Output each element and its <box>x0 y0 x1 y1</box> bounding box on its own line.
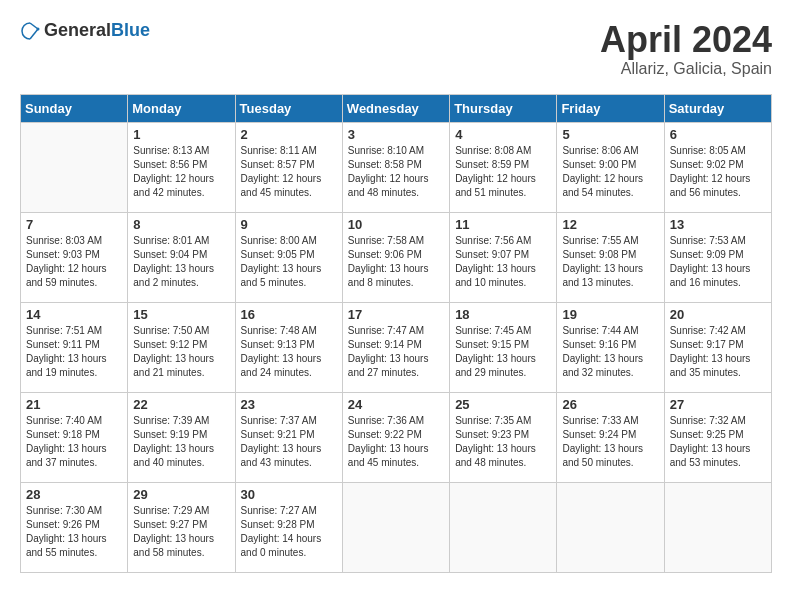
calendar-cell: 10Sunrise: 7:58 AMSunset: 9:06 PMDayligh… <box>342 212 449 302</box>
day-info: Sunrise: 7:30 AMSunset: 9:26 PMDaylight:… <box>26 504 122 560</box>
day-number: 11 <box>455 217 551 232</box>
day-info: Sunrise: 7:37 AMSunset: 9:21 PMDaylight:… <box>241 414 337 470</box>
calendar-cell: 24Sunrise: 7:36 AMSunset: 9:22 PMDayligh… <box>342 392 449 482</box>
day-info: Sunrise: 8:13 AMSunset: 8:56 PMDaylight:… <box>133 144 229 200</box>
calendar-cell: 16Sunrise: 7:48 AMSunset: 9:13 PMDayligh… <box>235 302 342 392</box>
day-info: Sunrise: 7:35 AMSunset: 9:23 PMDaylight:… <box>455 414 551 470</box>
location: Allariz, Galicia, Spain <box>600 60 772 78</box>
day-info: Sunrise: 7:53 AMSunset: 9:09 PMDaylight:… <box>670 234 766 290</box>
calendar-week-row: 14Sunrise: 7:51 AMSunset: 9:11 PMDayligh… <box>21 302 772 392</box>
day-info: Sunrise: 7:33 AMSunset: 9:24 PMDaylight:… <box>562 414 658 470</box>
day-info: Sunrise: 8:00 AMSunset: 9:05 PMDaylight:… <box>241 234 337 290</box>
day-number: 30 <box>241 487 337 502</box>
day-info: Sunrise: 8:03 AMSunset: 9:03 PMDaylight:… <box>26 234 122 290</box>
day-info: Sunrise: 7:50 AMSunset: 9:12 PMDaylight:… <box>133 324 229 380</box>
day-number: 29 <box>133 487 229 502</box>
calendar-cell: 9Sunrise: 8:00 AMSunset: 9:05 PMDaylight… <box>235 212 342 302</box>
day-number: 28 <box>26 487 122 502</box>
calendar-header-row: SundayMondayTuesdayWednesdayThursdayFrid… <box>21 94 772 122</box>
day-info: Sunrise: 7:47 AMSunset: 9:14 PMDaylight:… <box>348 324 444 380</box>
day-info: Sunrise: 7:56 AMSunset: 9:07 PMDaylight:… <box>455 234 551 290</box>
calendar-cell: 15Sunrise: 7:50 AMSunset: 9:12 PMDayligh… <box>128 302 235 392</box>
calendar-cell <box>664 482 771 572</box>
calendar-cell: 5Sunrise: 8:06 AMSunset: 9:00 PMDaylight… <box>557 122 664 212</box>
calendar-week-row: 28Sunrise: 7:30 AMSunset: 9:26 PMDayligh… <box>21 482 772 572</box>
calendar-week-row: 7Sunrise: 8:03 AMSunset: 9:03 PMDaylight… <box>21 212 772 302</box>
page-header: General Blue April 2024 Allariz, Galicia… <box>20 20 772 78</box>
calendar-cell: 23Sunrise: 7:37 AMSunset: 9:21 PMDayligh… <box>235 392 342 482</box>
calendar-table: SundayMondayTuesdayWednesdayThursdayFrid… <box>20 94 772 573</box>
calendar-cell <box>21 122 128 212</box>
calendar-cell: 26Sunrise: 7:33 AMSunset: 9:24 PMDayligh… <box>557 392 664 482</box>
day-number: 1 <box>133 127 229 142</box>
day-number: 6 <box>670 127 766 142</box>
calendar-cell: 30Sunrise: 7:27 AMSunset: 9:28 PMDayligh… <box>235 482 342 572</box>
calendar-cell: 6Sunrise: 8:05 AMSunset: 9:02 PMDaylight… <box>664 122 771 212</box>
calendar-cell: 1Sunrise: 8:13 AMSunset: 8:56 PMDaylight… <box>128 122 235 212</box>
calendar-cell: 13Sunrise: 7:53 AMSunset: 9:09 PMDayligh… <box>664 212 771 302</box>
day-info: Sunrise: 7:51 AMSunset: 9:11 PMDaylight:… <box>26 324 122 380</box>
day-info: Sunrise: 7:36 AMSunset: 9:22 PMDaylight:… <box>348 414 444 470</box>
calendar-cell: 14Sunrise: 7:51 AMSunset: 9:11 PMDayligh… <box>21 302 128 392</box>
calendar-cell: 21Sunrise: 7:40 AMSunset: 9:18 PMDayligh… <box>21 392 128 482</box>
logo-general: General <box>44 20 111 41</box>
day-number: 9 <box>241 217 337 232</box>
calendar-cell: 2Sunrise: 8:11 AMSunset: 8:57 PMDaylight… <box>235 122 342 212</box>
day-header: Tuesday <box>235 94 342 122</box>
calendar-cell: 18Sunrise: 7:45 AMSunset: 9:15 PMDayligh… <box>450 302 557 392</box>
calendar-cell <box>342 482 449 572</box>
calendar-cell <box>450 482 557 572</box>
day-number: 7 <box>26 217 122 232</box>
day-number: 26 <box>562 397 658 412</box>
day-number: 13 <box>670 217 766 232</box>
day-info: Sunrise: 8:01 AMSunset: 9:04 PMDaylight:… <box>133 234 229 290</box>
day-number: 17 <box>348 307 444 322</box>
title-block: April 2024 Allariz, Galicia, Spain <box>600 20 772 78</box>
day-info: Sunrise: 8:05 AMSunset: 9:02 PMDaylight:… <box>670 144 766 200</box>
day-number: 27 <box>670 397 766 412</box>
day-info: Sunrise: 7:48 AMSunset: 9:13 PMDaylight:… <box>241 324 337 380</box>
day-header: Wednesday <box>342 94 449 122</box>
day-number: 20 <box>670 307 766 322</box>
day-info: Sunrise: 8:11 AMSunset: 8:57 PMDaylight:… <box>241 144 337 200</box>
day-number: 19 <box>562 307 658 322</box>
day-header: Monday <box>128 94 235 122</box>
day-header: Saturday <box>664 94 771 122</box>
day-number: 23 <box>241 397 337 412</box>
calendar-cell: 27Sunrise: 7:32 AMSunset: 9:25 PMDayligh… <box>664 392 771 482</box>
day-number: 10 <box>348 217 444 232</box>
svg-point-0 <box>37 27 40 30</box>
day-number: 8 <box>133 217 229 232</box>
calendar-cell <box>557 482 664 572</box>
day-info: Sunrise: 8:08 AMSunset: 8:59 PMDaylight:… <box>455 144 551 200</box>
calendar-cell: 17Sunrise: 7:47 AMSunset: 9:14 PMDayligh… <box>342 302 449 392</box>
calendar-cell: 11Sunrise: 7:56 AMSunset: 9:07 PMDayligh… <box>450 212 557 302</box>
day-number: 21 <box>26 397 122 412</box>
day-number: 4 <box>455 127 551 142</box>
day-number: 5 <box>562 127 658 142</box>
calendar-cell: 12Sunrise: 7:55 AMSunset: 9:08 PMDayligh… <box>557 212 664 302</box>
day-info: Sunrise: 8:10 AMSunset: 8:58 PMDaylight:… <box>348 144 444 200</box>
calendar-cell: 28Sunrise: 7:30 AMSunset: 9:26 PMDayligh… <box>21 482 128 572</box>
day-info: Sunrise: 7:58 AMSunset: 9:06 PMDaylight:… <box>348 234 444 290</box>
calendar-cell: 20Sunrise: 7:42 AMSunset: 9:17 PMDayligh… <box>664 302 771 392</box>
day-number: 15 <box>133 307 229 322</box>
calendar-cell: 4Sunrise: 8:08 AMSunset: 8:59 PMDaylight… <box>450 122 557 212</box>
day-info: Sunrise: 7:42 AMSunset: 9:17 PMDaylight:… <box>670 324 766 380</box>
calendar-cell: 3Sunrise: 8:10 AMSunset: 8:58 PMDaylight… <box>342 122 449 212</box>
day-number: 14 <box>26 307 122 322</box>
day-header: Sunday <box>21 94 128 122</box>
logo: General Blue <box>20 20 150 41</box>
day-number: 16 <box>241 307 337 322</box>
day-number: 2 <box>241 127 337 142</box>
day-info: Sunrise: 7:40 AMSunset: 9:18 PMDaylight:… <box>26 414 122 470</box>
day-info: Sunrise: 7:39 AMSunset: 9:19 PMDaylight:… <box>133 414 229 470</box>
day-number: 22 <box>133 397 229 412</box>
calendar-week-row: 1Sunrise: 8:13 AMSunset: 8:56 PMDaylight… <box>21 122 772 212</box>
logo-blue: Blue <box>111 20 150 41</box>
logo-icon <box>20 21 40 41</box>
calendar-cell: 29Sunrise: 7:29 AMSunset: 9:27 PMDayligh… <box>128 482 235 572</box>
day-header: Thursday <box>450 94 557 122</box>
day-number: 12 <box>562 217 658 232</box>
calendar-cell: 7Sunrise: 8:03 AMSunset: 9:03 PMDaylight… <box>21 212 128 302</box>
